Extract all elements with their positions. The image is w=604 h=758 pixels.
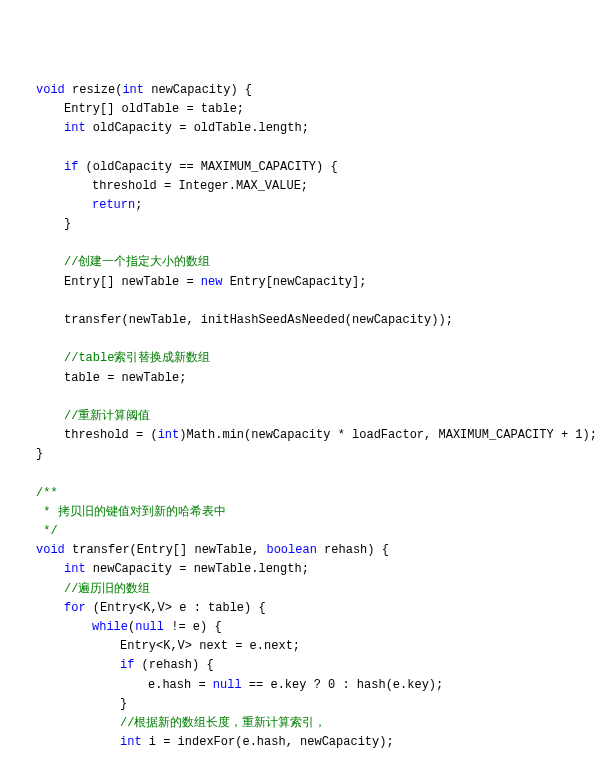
code-token: (Entry<K,V> e : table) { bbox=[86, 601, 266, 615]
code-line: void transfer(Entry[] newTable, boolean … bbox=[8, 541, 596, 560]
code-token: ; bbox=[135, 198, 142, 212]
code-token: rehash) { bbox=[317, 543, 389, 557]
code-token: == e.key ? 0 : hash(e.key); bbox=[242, 678, 444, 692]
code-token: e.hash = bbox=[148, 678, 213, 692]
code-token: int bbox=[158, 428, 180, 442]
code-token: threshold = ( bbox=[64, 428, 158, 442]
code-line: //创建一个指定大小的数组 bbox=[8, 253, 596, 272]
code-token: } bbox=[36, 447, 43, 461]
code-line: table = newTable; bbox=[8, 369, 596, 388]
code-line: int oldCapacity = oldTable.length; bbox=[8, 119, 596, 138]
code-token: resize( bbox=[65, 83, 123, 97]
code-token: newCapacity = newTable.length; bbox=[86, 562, 309, 576]
code-line: //遍历旧的数组 bbox=[8, 580, 596, 599]
code-token: if bbox=[64, 160, 78, 174]
code-token: Entry[] newTable = bbox=[64, 275, 201, 289]
code-line: int i = indexFor(e.hash, newCapacity); bbox=[8, 733, 596, 752]
code-token: void bbox=[36, 83, 65, 97]
code-token: //根据新的数组长度，重新计算索引， bbox=[120, 716, 326, 730]
code-token: //遍历旧的数组 bbox=[64, 582, 150, 596]
code-token: } bbox=[120, 697, 127, 711]
code-token: //重新计算阈值 bbox=[64, 409, 150, 423]
code-token: != e) { bbox=[164, 620, 222, 634]
code-token: * 拷贝旧的键值对到新的哈希表中 bbox=[36, 505, 226, 519]
code-line: //table索引替换成新数组 bbox=[8, 349, 596, 368]
code-block: void resize(int newCapacity) {Entry[] ol… bbox=[8, 81, 596, 758]
code-line: while(null != e) { bbox=[8, 618, 596, 637]
code-line bbox=[8, 292, 596, 311]
code-token: Entry<K,V> next = e.next; bbox=[120, 639, 300, 653]
code-line: return; bbox=[8, 196, 596, 215]
code-line: //重新计算阈值 bbox=[8, 407, 596, 426]
code-token: )Math.min(newCapacity * loadFactor, MAXI… bbox=[179, 428, 597, 442]
code-token: new bbox=[201, 275, 223, 289]
code-line bbox=[8, 465, 596, 484]
code-token: (oldCapacity == MAXIMUM_CAPACITY) { bbox=[78, 160, 337, 174]
code-token: boolean bbox=[266, 543, 316, 557]
code-line: threshold = Integer.MAX_VALUE; bbox=[8, 177, 596, 196]
code-token: while bbox=[92, 620, 128, 634]
code-line bbox=[8, 752, 596, 758]
code-token: */ bbox=[36, 524, 58, 538]
code-token: newCapacity) { bbox=[144, 83, 252, 97]
code-token: transfer(Entry[] newTable, bbox=[65, 543, 267, 557]
code-line bbox=[8, 234, 596, 253]
code-token: Entry[newCapacity]; bbox=[222, 275, 366, 289]
code-token: null bbox=[213, 678, 242, 692]
code-token: return bbox=[92, 198, 135, 212]
code-line: /** bbox=[8, 484, 596, 503]
code-line: //根据新的数组长度，重新计算索引， bbox=[8, 714, 596, 733]
code-token: null bbox=[135, 620, 164, 634]
code-token: oldCapacity = oldTable.length; bbox=[86, 121, 309, 135]
code-line: } bbox=[8, 445, 596, 464]
code-token: int bbox=[122, 83, 144, 97]
code-token: Entry[] oldTable = table; bbox=[64, 102, 244, 116]
code-line: } bbox=[8, 215, 596, 234]
code-line bbox=[8, 388, 596, 407]
code-token: threshold = Integer.MAX_VALUE; bbox=[92, 179, 308, 193]
code-token: for bbox=[64, 601, 86, 615]
code-line: threshold = (int)Math.min(newCapacity * … bbox=[8, 426, 596, 445]
code-line: int newCapacity = newTable.length; bbox=[8, 560, 596, 579]
code-token: if bbox=[120, 658, 134, 672]
code-line bbox=[8, 330, 596, 349]
code-line: void resize(int newCapacity) { bbox=[8, 81, 596, 100]
code-token: int bbox=[64, 121, 86, 135]
code-line: Entry<K,V> next = e.next; bbox=[8, 637, 596, 656]
code-token: int bbox=[120, 735, 142, 749]
code-token: table = newTable; bbox=[64, 371, 186, 385]
code-token: /** bbox=[36, 486, 58, 500]
code-line: } bbox=[8, 695, 596, 714]
code-token: //table索引替换成新数组 bbox=[64, 351, 210, 365]
code-line: Entry[] newTable = new Entry[newCapacity… bbox=[8, 273, 596, 292]
code-line: if (oldCapacity == MAXIMUM_CAPACITY) { bbox=[8, 158, 596, 177]
code-token: i = indexFor(e.hash, newCapacity); bbox=[142, 735, 394, 749]
code-line: Entry[] oldTable = table; bbox=[8, 100, 596, 119]
code-token: transfer(newTable, initHashSeedAsNeeded(… bbox=[64, 313, 453, 327]
code-line: e.hash = null == e.key ? 0 : hash(e.key)… bbox=[8, 676, 596, 695]
code-line: transfer(newTable, initHashSeedAsNeeded(… bbox=[8, 311, 596, 330]
code-token: (rehash) { bbox=[134, 658, 213, 672]
code-line: * 拷贝旧的键值对到新的哈希表中 bbox=[8, 503, 596, 522]
code-token: void bbox=[36, 543, 65, 557]
code-line: if (rehash) { bbox=[8, 656, 596, 675]
code-token: //创建一个指定大小的数组 bbox=[64, 255, 210, 269]
code-token: } bbox=[64, 217, 71, 231]
code-line: for (Entry<K,V> e : table) { bbox=[8, 599, 596, 618]
code-line bbox=[8, 138, 596, 157]
code-line: */ bbox=[8, 522, 596, 541]
code-token: int bbox=[64, 562, 86, 576]
